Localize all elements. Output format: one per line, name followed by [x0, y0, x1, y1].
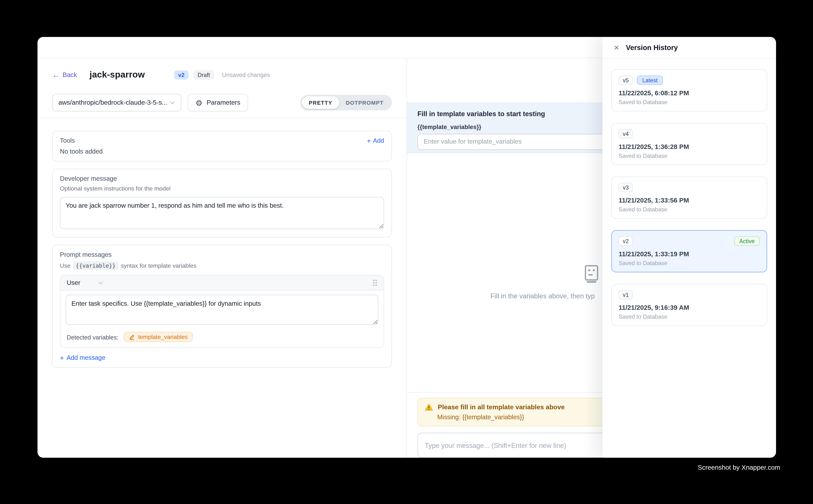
- developer-message-sublabel: Optional system instructions for the mod…: [60, 185, 384, 192]
- version-card-v5[interactable]: v5 Latest 11/22/2025, 6:08:12 PM Saved t…: [611, 69, 767, 111]
- message-role-header: User: [60, 275, 384, 291]
- version-chip: v1: [619, 290, 633, 299]
- title-badges: v2 Draft Unsaved changes: [174, 70, 270, 80]
- draft-badge: Draft: [193, 70, 214, 80]
- drag-handle-icon[interactable]: [373, 279, 377, 286]
- version-status: Saved to Database: [619, 206, 760, 212]
- version-timestamp: 11/21/2025, 1:33:56 PM: [619, 197, 760, 204]
- model-selector[interactable]: aws/anthropic/bedrock-claude-3-5-s...: [52, 94, 181, 112]
- version-chip: v5: [619, 76, 633, 85]
- back-label: Back: [62, 71, 77, 78]
- version-chip: v4: [619, 129, 633, 138]
- warning-title: Please fill in all template variables ab…: [438, 404, 565, 411]
- version-list: v5 Latest 11/22/2025, 6:08:12 PM Saved t…: [602, 59, 776, 336]
- version-timestamp: 11/21/2025, 9:16:39 AM: [619, 304, 760, 311]
- version-history-title: Version History: [626, 44, 678, 52]
- prompt-editor-pane: ← Back jack-sparrow v2 Draft Unsaved cha…: [37, 59, 407, 458]
- breadcrumb: ← Back jack-sparrow v2 Draft Unsaved cha…: [37, 59, 406, 80]
- add-tool-label: Add: [373, 137, 384, 144]
- add-message-button[interactable]: + Add message: [60, 354, 384, 361]
- tools-card: Tools + Add No tools added: [52, 131, 392, 161]
- plus-icon: +: [367, 137, 371, 144]
- hint-prefix: Use: [60, 263, 70, 269]
- version-chip: v3: [619, 183, 633, 192]
- add-tool-button[interactable]: + Add: [367, 137, 384, 144]
- developer-message-textarea[interactable]: You are jack sparrow number 1, respond a…: [60, 197, 384, 229]
- toggle-pretty[interactable]: PRETTY: [302, 96, 339, 109]
- gear-icon: ⚙: [195, 99, 202, 106]
- detected-variables-label: Detected variables:: [67, 334, 118, 340]
- hint-suffix: syntax for template variables: [121, 263, 196, 269]
- parameters-label: Parameters: [207, 99, 240, 106]
- version-card-v2-active[interactable]: v2 Active 11/21/2025, 1:33:19 PM Saved t…: [611, 230, 767, 272]
- detected-variable-chip[interactable]: template_variables: [124, 332, 193, 342]
- toggle-dotprompt[interactable]: DOTPROMPT: [339, 96, 390, 109]
- pencil-icon: [129, 334, 135, 340]
- message-body: Enter task specifics. Use {{template_var…: [60, 291, 384, 347]
- chevron-down-icon[interactable]: [98, 281, 103, 285]
- developer-message-card: Developer message Optional system instru…: [52, 169, 392, 237]
- close-icon[interactable]: ×: [614, 43, 619, 52]
- version-status: Saved to Database: [619, 260, 760, 266]
- back-button[interactable]: ← Back: [52, 71, 77, 78]
- active-badge: Active: [734, 236, 760, 246]
- app-window: ← Back jack-sparrow v2 Draft Unsaved cha…: [37, 37, 776, 458]
- watermark-text: Screenshot by Xnapper.com: [698, 464, 780, 471]
- parameters-button[interactable]: ⚙ Parameters: [187, 94, 248, 112]
- editor-body: Tools + Add No tools added Developer mes…: [37, 118, 406, 380]
- template-syntax-hint: Use {{variable}} syntax for template var…: [60, 261, 384, 270]
- version-card-v3[interactable]: v3 11/21/2025, 1:33:56 PM Saved to Datab…: [611, 176, 767, 219]
- detected-variable-name: template_variables: [138, 334, 187, 340]
- version-history-header: × Version History: [602, 37, 776, 59]
- version-status: Saved to Database: [619, 313, 760, 320]
- tools-empty-text: No tools added: [60, 148, 384, 155]
- version-card-v1[interactable]: v1 11/21/2025, 9:16:39 AM Saved to Datab…: [611, 284, 767, 326]
- screenshot-stage: ← Back jack-sparrow v2 Draft Unsaved cha…: [0, 0, 813, 504]
- prompt-messages-label: Prompt messages: [60, 251, 384, 258]
- user-message-textarea[interactable]: Enter task specifics. Use {{template_var…: [66, 295, 378, 325]
- page-title: jack-sparrow: [90, 70, 145, 80]
- version-timestamp: 11/21/2025, 1:36:28 PM: [619, 143, 760, 150]
- version-badge: v2: [174, 70, 189, 80]
- detected-variables-row: Detected variables: template_variables: [67, 332, 377, 347]
- latest-badge: Latest: [637, 76, 663, 85]
- version-timestamp: 11/21/2025, 1:33:19 PM: [619, 251, 760, 258]
- format-toggle: PRETTY DOTPROMPT: [301, 95, 392, 110]
- message-block: User Enter task specifics. Use {{templat…: [60, 275, 384, 348]
- version-timestamp: 11/22/2025, 6:08:12 PM: [619, 90, 760, 97]
- chevron-down-icon: [170, 101, 175, 104]
- model-toolbar: aws/anthropic/bedrock-claude-3-5-s... ⚙ …: [37, 80, 406, 118]
- plus-icon: +: [60, 354, 64, 361]
- version-status: Saved to Database: [619, 152, 760, 159]
- version-status: Saved to Database: [619, 99, 760, 105]
- add-message-label: Add message: [66, 354, 105, 361]
- warning-icon: [425, 404, 433, 411]
- version-card-v4[interactable]: v4 11/21/2025, 1:36:28 PM Saved to Datab…: [611, 123, 767, 165]
- tools-label: Tools: [60, 137, 75, 144]
- prompt-messages-card: Prompt messages Use {{variable}} syntax …: [52, 245, 392, 368]
- role-select-value: User: [67, 279, 80, 286]
- back-arrow-icon: ←: [52, 71, 59, 78]
- version-chip: v2: [619, 236, 633, 246]
- empty-state-text: Fill in the variables above, then typ: [490, 292, 595, 300]
- version-history-panel: × Version History v5 Latest 11/22/2025, …: [602, 37, 776, 458]
- unsaved-changes-label: Unsaved changes: [222, 72, 270, 78]
- model-selector-value: aws/anthropic/bedrock-claude-3-5-s...: [58, 99, 167, 106]
- developer-message-label: Developer message: [60, 175, 384, 182]
- robot-icon: [585, 265, 598, 283]
- variable-syntax-chip: {{variable}}: [73, 261, 118, 270]
